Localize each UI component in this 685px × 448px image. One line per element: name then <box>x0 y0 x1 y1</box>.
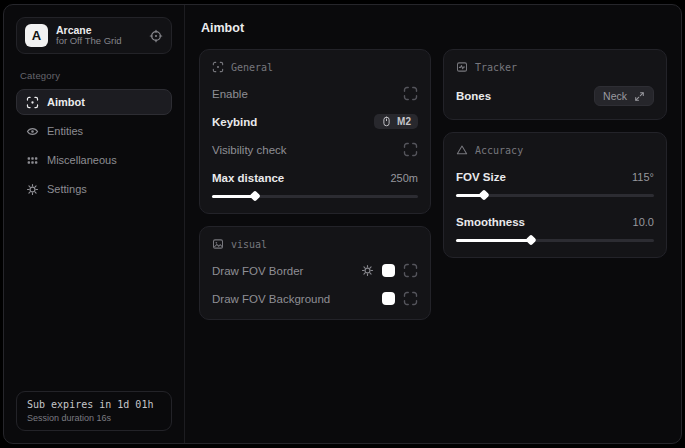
max-distance-value: 250m <box>390 172 418 184</box>
card-title: General <box>231 62 273 73</box>
sidebar-item-label: Entities <box>47 125 83 137</box>
visual-card: visual Draw FOV Border Dr <box>199 226 431 320</box>
smoothness-label: Smoothness <box>456 216 525 228</box>
slider-thumb[interactable] <box>250 190 261 201</box>
grid-icon <box>26 154 39 167</box>
gear-icon[interactable] <box>361 264 374 277</box>
expand-icon <box>634 91 645 102</box>
card-title: Accuracy <box>475 145 523 156</box>
fov-size-value: 115° <box>632 171 654 183</box>
gear-icon <box>26 183 39 196</box>
sidebar-item-entities[interactable]: Entities <box>16 118 172 144</box>
session-duration-text: Session duration 16s <box>27 413 161 423</box>
fov-border-color-swatch[interactable] <box>382 264 395 277</box>
general-card: General Enable Keybind M2 <box>199 49 431 214</box>
app-subtitle: for Off The Grid <box>56 36 141 47</box>
sidebar-item-aimbot[interactable]: Aimbot <box>16 89 172 115</box>
fov-size-label: FOV Size <box>456 171 506 183</box>
visibility-check-label: Visibility check <box>212 144 287 156</box>
eye-icon <box>26 125 39 138</box>
max-distance-slider[interactable] <box>212 192 418 200</box>
keybind-value: M2 <box>397 116 411 127</box>
card-title: Tracker <box>475 62 517 73</box>
app-window: A Arcane for Off The Grid Category Aimbo… <box>3 4 682 444</box>
mouse-icon <box>381 116 392 127</box>
page-title: Aimbot <box>201 21 665 35</box>
sidebar-item-miscellaneous[interactable]: Miscellaneous <box>16 147 172 173</box>
slider-fill <box>456 239 531 242</box>
sub-expiry-text: Sub expires in 1d 01h <box>27 399 161 410</box>
tracker-card: Tracker Bones Neck <box>443 49 667 120</box>
sidebar-item-label: Miscellaneous <box>47 154 117 166</box>
crosshair-icon <box>26 96 39 109</box>
fov-border-checkbox[interactable] <box>403 263 418 278</box>
app-header-card: A Arcane for Off The Grid <box>16 17 172 54</box>
fov-size-slider[interactable] <box>456 191 654 199</box>
triangle-icon <box>456 144 468 156</box>
max-distance-label: Max distance <box>212 172 284 184</box>
sidebar-item-settings[interactable]: Settings <box>16 176 172 202</box>
draw-fov-border-label: Draw FOV Border <box>212 265 303 277</box>
enable-checkbox[interactable] <box>403 86 418 101</box>
slider-thumb[interactable] <box>526 234 537 245</box>
accuracy-card: Accuracy FOV Size 115° Smoothness 10.0 <box>443 132 667 258</box>
enable-label: Enable <box>212 88 248 100</box>
bones-label: Bones <box>456 90 491 102</box>
bones-dropdown[interactable]: Neck <box>594 86 654 106</box>
visibility-checkbox[interactable] <box>403 142 418 157</box>
keybind-label: Keybind <box>212 116 257 128</box>
smoothness-value: 10.0 <box>633 216 654 228</box>
activity-icon <box>456 61 468 73</box>
sidebar-item-label: Settings <box>47 183 87 195</box>
sidebar-item-label: Aimbot <box>47 96 85 108</box>
fov-background-checkbox[interactable] <box>403 291 418 306</box>
image-icon <box>212 238 224 250</box>
app-logo: A <box>25 24 48 47</box>
main-content: Aimbot General Enable <box>185 5 681 443</box>
category-label: Category <box>20 70 168 81</box>
card-title: visual <box>231 239 267 250</box>
target-icon[interactable] <box>149 29 163 43</box>
bones-selected-value: Neck <box>603 90 627 102</box>
keybind-button[interactable]: M2 <box>374 114 418 129</box>
fov-background-color-swatch[interactable] <box>382 292 395 305</box>
subscription-info-card: Sub expires in 1d 01h Session duration 1… <box>16 391 172 431</box>
draw-fov-background-label: Draw FOV Background <box>212 293 330 305</box>
crosshair-icon <box>212 61 224 73</box>
sidebar: A Arcane for Off The Grid Category Aimbo… <box>4 5 185 443</box>
smoothness-slider[interactable] <box>456 236 654 244</box>
slider-thumb[interactable] <box>478 189 489 200</box>
